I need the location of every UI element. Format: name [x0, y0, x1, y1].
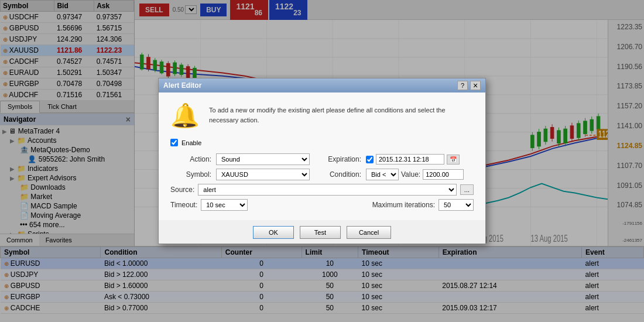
modal-close-button[interactable]: × — [470, 81, 481, 90]
modal-titlebar: Alert Editor ? × — [159, 78, 485, 93]
modal-help-button[interactable]: ? — [457, 81, 468, 90]
symbol-label: Symbol: — [170, 170, 211, 179]
expiration-calendar-btn[interactable]: 📅 — [447, 155, 460, 165]
source-row: Source: alert ... — [170, 184, 474, 196]
modal-desc-text: To add a new or modify the existing aler… — [209, 102, 474, 125]
expiration-checkbox[interactable] — [366, 156, 374, 163]
bell-icon: 🔔 — [170, 102, 200, 129]
alert-editor-modal: Alert Editor ? × 🔔 To add a new or modif… — [158, 78, 486, 244]
max-iter-label: Maximum iterations: — [372, 201, 435, 209]
source-label: Source: — [170, 186, 194, 194]
cancel-button[interactable]: Cancel — [347, 226, 391, 239]
symbol-select[interactable]: XAUUSD — [216, 169, 310, 180]
expiration-label: Expiration: — [314, 155, 361, 163]
modal-controls: ? × — [457, 81, 481, 90]
ok-button[interactable]: OK — [253, 226, 294, 239]
action-label: Action: — [170, 155, 211, 163]
modal-title: Alert Editor — [163, 81, 201, 90]
enable-checkbox[interactable] — [170, 139, 178, 146]
modal-overlay: Alert Editor ? × 🔔 To add a new or modif… — [0, 0, 644, 322]
max-iter-select[interactable]: 50 — [439, 199, 474, 211]
modal-desc-area: 🔔 To add a new or modify the existing al… — [170, 102, 474, 129]
enable-row: Enable — [170, 139, 474, 146]
condition-select[interactable]: Bid < — [366, 169, 399, 180]
timeout-select[interactable]: 10 sec — [201, 199, 248, 211]
modal-footer: OK Test Cancel — [159, 220, 485, 244]
test-button[interactable]: Test — [300, 226, 341, 239]
value-label: Value: — [401, 170, 420, 179]
action-select[interactable]: Sound — [216, 153, 310, 165]
condition-label: Condition: — [314, 170, 361, 179]
timeout-label: Timeout: — [170, 201, 197, 209]
browse-button[interactable]: ... — [460, 184, 474, 195]
timeout-row: Timeout: 10 sec Maximum iterations: 50 — [170, 199, 474, 211]
modal-body: 🔔 To add a new or modify the existing al… — [159, 93, 485, 220]
value-input[interactable] — [423, 169, 464, 180]
expiration-input[interactable] — [376, 154, 444, 165]
source-select[interactable]: alert — [198, 184, 456, 196]
enable-label: Enable — [181, 139, 201, 146]
